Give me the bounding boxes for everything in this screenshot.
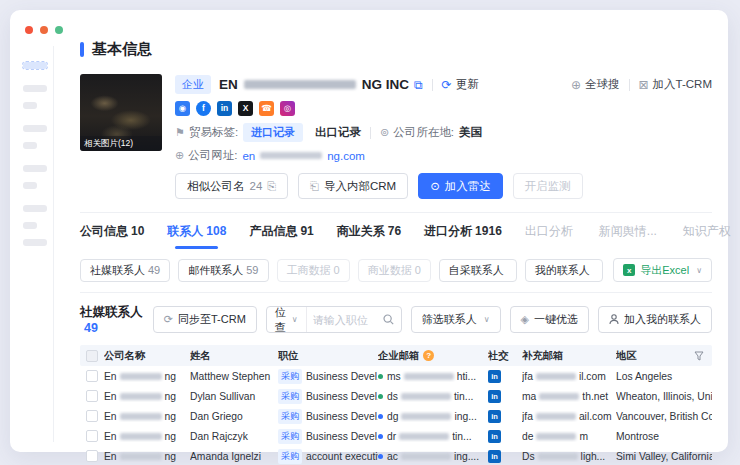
contact-subtabs: 社媒联系人49 邮件联系人59 工商数据0 商业数据0 自采联系人 我的联系人 …: [80, 258, 712, 282]
location-icon: ⊚: [380, 126, 389, 139]
enterprise-badge: 企业: [175, 75, 211, 94]
row-checkbox[interactable]: [86, 450, 98, 462]
linkedin-icon[interactable]: in: [488, 410, 501, 423]
table-row[interactable]: Enng Matthew Stephen 采购Business Devel...…: [80, 366, 712, 386]
tab-export-analysis[interactable]: 出口分析: [525, 223, 576, 249]
sync-tcrm-button[interactable]: ⟳ 同步至T-CRM: [153, 306, 257, 333]
linkedin-icon[interactable]: in: [488, 450, 501, 463]
update-button[interactable]: ⟳ 更新: [442, 77, 479, 92]
add-to-my-contacts-button[interactable]: 加入我的联系人: [598, 306, 712, 333]
join-radar-button[interactable]: ⊙ 加入雷达: [418, 173, 503, 199]
subtab-self-collected[interactable]: 自采联系人: [439, 259, 517, 282]
instagram-icon[interactable]: ◎: [280, 101, 295, 116]
subtab-email-contacts[interactable]: 邮件联系人59: [178, 259, 268, 282]
email-status-dot: [378, 414, 383, 419]
phone-icon[interactable]: ☎: [259, 101, 274, 116]
tab-news[interactable]: 新闻舆情...: [599, 223, 660, 249]
person-icon: [609, 314, 619, 325]
website-row: ⊕ 公司网址: en ng.com: [175, 148, 712, 163]
sidebar-skeleton-item: [23, 85, 47, 92]
position-badge: 采购: [278, 389, 302, 404]
region: Wheaton, Illinois, United ...: [616, 391, 712, 402]
subtab-business-registry[interactable]: 工商数据0: [277, 259, 350, 282]
copy-icon[interactable]: ⧉: [414, 78, 423, 92]
linkedin-icon[interactable]: in: [488, 370, 501, 383]
sidebar-skeleton: [10, 46, 54, 442]
photo-caption[interactable]: 相关图片(12): [80, 136, 162, 151]
help-icon[interactable]: ?: [423, 350, 434, 361]
corner-links: ⊕ 全球搜 ⊠ 加入T-CRM: [571, 77, 712, 92]
search-icon[interactable]: [381, 314, 401, 325]
contact-name: Dylan Sullivan: [190, 391, 278, 402]
contacts-toolbar: 社媒联系人49 ⟳ 同步至T-CRM 职位查询 ∨: [80, 304, 712, 335]
website-social-icon[interactable]: ◉: [175, 101, 190, 116]
table-row[interactable]: Enng Dan Griego 采购Business Devel... dgin…: [80, 406, 712, 426]
row-checkbox[interactable]: [86, 370, 98, 382]
radar-icon: ⊙: [430, 179, 440, 193]
tab-products[interactable]: 产品信息91: [249, 223, 313, 249]
table-row[interactable]: Enng Dylan Sullivan 采购Business Devel... …: [80, 386, 712, 406]
close-icon[interactable]: [25, 26, 33, 34]
row-checkbox[interactable]: [86, 430, 98, 442]
join-tcrm-link[interactable]: 加入T-CRM: [653, 77, 712, 92]
tab-company-info[interactable]: 公司信息10: [80, 223, 144, 249]
linkedin-icon[interactable]: in: [488, 430, 501, 443]
tab-intellectual-property[interactable]: 知识产权: [683, 223, 734, 249]
divider: [432, 79, 433, 91]
linkedin-icon[interactable]: in: [488, 390, 501, 403]
twitter-x-icon[interactable]: X: [238, 101, 253, 116]
contacts-table: 公司名称 姓名 职位 企业邮箱 ? 社交 补充邮箱 地区 Enng Matthe…: [80, 345, 712, 465]
email-status-dot: [378, 434, 383, 439]
row-checkbox[interactable]: [86, 410, 98, 422]
page-header: 基本信息: [80, 40, 712, 59]
start-monitor-button[interactable]: 开启监测: [513, 173, 583, 199]
position-badge: 采购: [278, 369, 302, 384]
section-count: 49: [84, 321, 98, 335]
export-excel-button[interactable]: x 导出Excel ∨: [613, 258, 712, 282]
tab-import-analysis[interactable]: 进口分析1916: [424, 223, 502, 249]
website-label: 公司网址:: [188, 148, 237, 163]
table-row[interactable]: Enng Amanda Ignelzi 采购account executive …: [80, 446, 712, 465]
import-crm-button[interactable]: ⎗ 导入内部CRM: [298, 173, 408, 199]
sidebar-skeleton-item: [23, 125, 47, 132]
similar-company-count: 24: [250, 180, 263, 192]
sidebar-skeleton-active-item[interactable]: [23, 62, 47, 69]
subtab-business-data[interactable]: 商业数据0: [358, 259, 431, 282]
excel-icon: x: [623, 264, 635, 276]
tab-business-relations[interactable]: 商业关系76: [337, 223, 401, 249]
row-checkbox[interactable]: [86, 390, 98, 402]
position-query-group: 职位查询 ∨: [266, 306, 402, 333]
global-search-icon: ⊕: [571, 78, 581, 92]
select-all-checkbox[interactable]: [86, 350, 98, 362]
similar-company-button[interactable]: 相似公司名 24 ⎘: [175, 173, 288, 199]
company-photo[interactable]: 相关图片(12): [80, 74, 162, 151]
email-status-dot: [378, 454, 383, 459]
position-search-input[interactable]: [307, 314, 381, 326]
facebook-icon[interactable]: f: [196, 101, 211, 116]
position-query-dropdown[interactable]: 职位查询 ∨: [267, 307, 307, 332]
location-label: 公司所在地:: [393, 125, 454, 140]
divider: [629, 79, 630, 91]
trade-label: 贸易标签:: [189, 125, 238, 140]
position-badge: 采购: [278, 429, 302, 444]
tab-contacts[interactable]: 联系人108: [167, 223, 226, 249]
col-email2: 补充邮箱: [522, 349, 616, 363]
divider: [370, 127, 371, 139]
company-info: 企业 EN NG INC ⧉ ⟳ 更新 ◉ f in: [175, 74, 712, 199]
subtab-social-contacts[interactable]: 社媒联系人49: [80, 259, 170, 282]
website-suffix: ng.com: [327, 150, 365, 162]
linkedin-icon[interactable]: in: [217, 101, 232, 116]
website-prefix: en: [242, 150, 255, 162]
minimize-icon[interactable]: [40, 26, 48, 34]
import-record-tag[interactable]: 进口记录: [243, 123, 303, 142]
one-click-optimize-button[interactable]: ◈ 一键优选: [510, 306, 589, 333]
filter-contacts-button[interactable]: 筛选联系人 ∨: [411, 306, 501, 333]
company-name: EN NG INC: [219, 77, 409, 92]
global-search-link[interactable]: 全球搜: [585, 77, 620, 92]
table-row[interactable]: Enng Dan Rajczyk 采购Business Devel... drt…: [80, 426, 712, 446]
subtab-my-contacts[interactable]: 我的联系人: [525, 259, 603, 282]
email-status-dot: [378, 374, 383, 379]
filter-funnel-icon[interactable]: [694, 351, 704, 361]
website-link[interactable]: en ng.com: [242, 150, 365, 162]
export-record-tag[interactable]: 出口记录: [315, 125, 361, 140]
